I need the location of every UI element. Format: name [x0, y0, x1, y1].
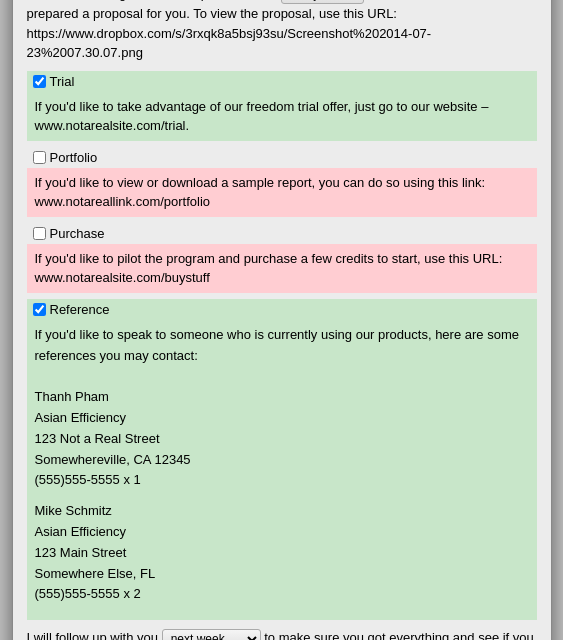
portfolio-text: If you'd like to view or download a samp…	[35, 175, 486, 210]
reference-label: Reference	[50, 302, 110, 317]
reference-1: Thanh Pham Asian Efficiency 123 Not a Re…	[35, 387, 529, 491]
portfolio-body: If you'd like to view or download a samp…	[27, 168, 537, 217]
ref1-name: Thanh Pham	[35, 387, 529, 408]
intro-paragraph: Thanks for taking the time to speak with…	[27, 0, 537, 63]
today-dropdown[interactable]: today yesterday this week	[281, 0, 364, 4]
ref2-phone: (555)555-5555 x 2	[35, 584, 529, 605]
ref1-company: Asian Efficiency	[35, 408, 529, 429]
purchase-label: Purchase	[50, 226, 105, 241]
portfolio-label: Portfolio	[50, 150, 98, 165]
trial-header: Trial	[27, 71, 537, 92]
ref2-company: Asian Efficiency	[35, 522, 529, 543]
reference-intro: If you'd like to speak to someone who is…	[35, 325, 529, 367]
followup-dropdown[interactable]: next week tomorrow in two weeks	[162, 629, 261, 640]
purchase-header: Purchase	[27, 223, 537, 244]
main-window: TextExpander — Follow Up (Mail) Hi , Tha…	[12, 0, 552, 640]
purchase-body: If you'd like to pilot the program and p…	[27, 244, 537, 293]
trial-text: If you'd like to take advantage of our f…	[35, 99, 489, 134]
ref2-address: 123 Main Street	[35, 543, 529, 564]
intro-line1: Thanks for taking the time to speak with…	[27, 0, 278, 1]
ref1-phone: (555)555-5555 x 1	[35, 470, 529, 491]
footer-paragraph: I will follow up with you next week tomo…	[27, 628, 537, 640]
purchase-checkbox[interactable]	[33, 227, 46, 240]
ref2-name: Mike Schmitz	[35, 501, 529, 522]
portfolio-checkbox[interactable]	[33, 151, 46, 164]
ref1-city: Somewhereville, CA 12345	[35, 450, 529, 471]
portfolio-header: Portfolio	[27, 147, 537, 168]
references-container: If you'd like to speak to someone who is…	[35, 325, 529, 605]
reference-header: Reference	[27, 299, 537, 320]
intro-line2: . As we discussed, I've prepared a propo…	[27, 0, 498, 60]
reference-checkbox[interactable]	[33, 303, 46, 316]
ref1-address: 123 Not a Real Street	[35, 429, 529, 450]
reference-2: Mike Schmitz Asian Efficiency 123 Main S…	[35, 501, 529, 605]
portfolio-section: Portfolio If you'd like to view or downl…	[27, 147, 537, 217]
purchase-section: Purchase If you'd like to pilot the prog…	[27, 223, 537, 293]
footer-line1: I will follow up with you	[27, 630, 159, 640]
trial-label: Trial	[50, 74, 75, 89]
ref2-city: Somewhere Else, FL	[35, 564, 529, 585]
reference-body: If you'd like to speak to someone who is…	[27, 320, 537, 620]
purchase-text: If you'd like to pilot the program and p…	[35, 251, 503, 286]
trial-checkbox[interactable]	[33, 75, 46, 88]
content-area: Hi , Thanks for taking the time to speak…	[13, 0, 551, 640]
trial-body: If you'd like to take advantage of our f…	[27, 92, 537, 141]
reference-section: Reference If you'd like to speak to some…	[27, 299, 537, 620]
trial-section: Trial If you'd like to take advantage of…	[27, 71, 537, 141]
